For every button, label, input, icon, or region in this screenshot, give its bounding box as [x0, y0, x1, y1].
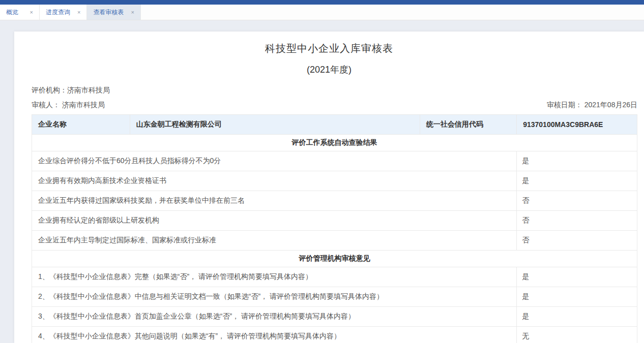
- table-row: 企业拥有经认定的省部级以上研发机构 否: [32, 211, 637, 231]
- section2-title: 评价管理机构审核意见: [32, 251, 637, 267]
- question-text: 2、《科技型中小企业信息表》中信息与相关证明文档一致（如果选“否”， 请评价管理…: [32, 287, 517, 307]
- tab-overview[interactable]: 概览 ×: [0, 5, 40, 20]
- tab-progress-query-label: 进度查询: [46, 8, 70, 17]
- form-meta: 评价机构：济南市科技局 审核人： 济南市科技局 审核日期： 2021年08月26…: [32, 86, 637, 110]
- section-row: 评价工作系统自动查验结果: [32, 135, 637, 151]
- page-subtitle: (2021年度): [14, 64, 644, 76]
- page-title: 科技型中小企业入库审核表: [14, 42, 644, 55]
- audit-date: 审核日期： 2021年08月26日: [547, 101, 637, 110]
- tab-view-audit-form[interactable]: 查看审核表 ×: [87, 5, 140, 20]
- tab-strip-spacer: [141, 5, 644, 20]
- tab-progress-query[interactable]: 进度查询 ×: [40, 5, 87, 20]
- tab-overview-label: 概览: [6, 8, 18, 17]
- table-row: 企业拥有有效期内高新技术企业资格证书 是: [32, 171, 637, 191]
- audit-form-card: 科技型中小企业入库审核表 (2021年度) 评价机构：济南市科技局 审核人： 济…: [14, 32, 644, 343]
- answer-value: 否: [517, 211, 637, 231]
- question-text: 企业拥有有效期内高新技术企业资格证书: [32, 171, 517, 191]
- tab-strip: 概览 × 进度查询 × 查看审核表 ×: [0, 5, 644, 20]
- tab-view-audit-form-label: 查看审核表: [93, 8, 124, 17]
- credit-code-label: 统一社会信用代码: [420, 115, 516, 135]
- question-text: 企业综合评价得分不低于60分且科技人员指标得分不为0分: [32, 151, 517, 171]
- question-text: 1、《科技型中小企业信息表》完整（如果选“否”， 请评价管理机构简要填写具体内容…: [32, 267, 517, 287]
- question-text: 4、《科技型中小企业信息表》其他问题说明（如果选“有”， 请评价管理机构简要填写…: [32, 327, 517, 343]
- auditor: 审核人： 济南市科技局: [32, 101, 105, 110]
- top-bar: [0, 0, 644, 5]
- answer-value: 否: [517, 191, 637, 211]
- question-text: 企业近五年内获得过国家级科技奖励，并在获奖单位中排在前三名: [32, 191, 517, 211]
- audit-table: 企业名称 山东金朝工程检测有限公司 统一社会信用代码 91370100MA3C9…: [32, 114, 637, 343]
- answer-value: 是: [517, 267, 637, 287]
- section1-title: 评价工作系统自动查验结果: [32, 135, 637, 151]
- credit-code-value: 91370100MA3C9BRA6E: [517, 115, 637, 135]
- table-row: 3、《科技型中小企业信息表》首页加盖企业公章（如果选“否”， 请评价管理机构简要…: [32, 307, 637, 327]
- answer-value: 否: [517, 231, 637, 251]
- company-name-label: 企业名称: [32, 115, 130, 135]
- answer-value: 是: [517, 287, 637, 307]
- company-name-value: 山东金朝工程检测有限公司: [130, 115, 420, 135]
- table-row: 企业综合评价得分不低于60分且科技人员指标得分不为0分 是: [32, 151, 637, 171]
- question-text: 企业拥有经认定的省部级以上研发机构: [32, 211, 517, 231]
- answer-value: 无: [517, 327, 637, 343]
- table-row: 1、《科技型中小企业信息表》完整（如果选“否”， 请评价管理机构简要填写具体内容…: [32, 267, 637, 287]
- evaluation-agency: 评价机构：济南市科技局: [32, 86, 637, 95]
- table-row: 企业近五年内获得过国家级科技奖励，并在获奖单位中排在前三名 否: [32, 191, 637, 211]
- answer-value: 是: [517, 151, 637, 171]
- answer-value: 是: [517, 171, 637, 191]
- answer-value: 是: [517, 307, 637, 327]
- table-row: 2、《科技型中小企业信息表》中信息与相关证明文档一致（如果选“否”， 请评价管理…: [32, 287, 637, 307]
- question-text: 3、《科技型中小企业信息表》首页加盖企业公章（如果选“否”， 请评价管理机构简要…: [32, 307, 517, 327]
- table-row: 企业近五年内主导制定过国际标准、国家标准或行业标准 否: [32, 231, 637, 251]
- close-icon[interactable]: ×: [131, 10, 134, 15]
- close-icon[interactable]: ×: [77, 10, 80, 15]
- close-icon[interactable]: ×: [30, 10, 33, 15]
- table-row: 4、《科技型中小企业信息表》其他问题说明（如果选“有”， 请评价管理机构简要填写…: [32, 327, 637, 343]
- section-row: 评价管理机构审核意见: [32, 251, 637, 267]
- table-header-row: 企业名称 山东金朝工程检测有限公司 统一社会信用代码 91370100MA3C9…: [32, 115, 637, 135]
- question-text: 企业近五年内主导制定过国际标准、国家标准或行业标准: [32, 231, 517, 251]
